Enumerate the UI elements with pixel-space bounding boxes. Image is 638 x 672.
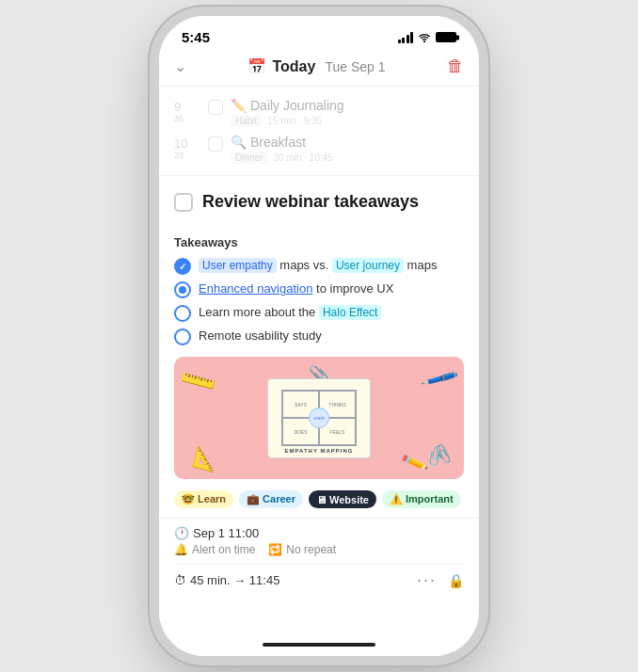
tag-user-journey: User journey: [332, 258, 404, 273]
more-options-button[interactable]: ···: [417, 570, 437, 590]
wifi-icon: [418, 32, 431, 43]
footer-meta-row: 🔔 Alert on time 🔁 No repeat: [174, 543, 464, 556]
empathy-map-image: 📏 📎 🖊️ 🖇️ 📐 ✏️ SAYS THINKS DOES FEELS US…: [174, 357, 464, 479]
main-task-checkbox[interactable]: [174, 193, 193, 212]
task-checkbox[interactable]: [208, 100, 223, 115]
task-meta: Dinner 30 min · 10:45: [231, 152, 464, 164]
takeaway-item: Learn more about the Halo Effect: [174, 304, 464, 322]
tag-website[interactable]: 🖥 Website: [309, 490, 376, 508]
footer-date-text: Sep 1 11:00: [193, 526, 259, 540]
task-footer: 🕐 Sep 1 11:00 🔔 Alert on time 🔁 No repea…: [159, 518, 479, 598]
status-bar: 5:45: [159, 16, 479, 51]
trash-icon[interactable]: 🗑: [447, 56, 464, 76]
empathy-map-diagram: SAYS THINKS DOES FEELS USER EMPATHY MAPP…: [267, 378, 371, 458]
tag-user-empathy: User empathy: [199, 258, 277, 273]
takeaway-bullet-empty: [174, 305, 191, 322]
task-time: 935: [174, 100, 200, 123]
takeaway-bullet-partial: [174, 281, 191, 298]
enhanced-navigation-link[interactable]: Enhanced navigation: [199, 281, 312, 296]
takeaway-bullet-done: [174, 258, 191, 275]
task-checkbox[interactable]: [208, 136, 223, 152]
task-name: 🔍 Breakfast: [231, 135, 464, 150]
pencil-icon: ✏️: [231, 98, 247, 113]
task-time-info: 30 min · 10:45: [273, 152, 332, 163]
main-task-section: Review webinar takeaways: [159, 176, 479, 235]
footer-datetime: 🕐 Sep 1 11:00: [174, 526, 259, 540]
pencil-icon: ✏️: [400, 448, 430, 477]
lock-icon[interactable]: 🔒: [448, 573, 464, 588]
task-name: ✏️ Daily Journaling: [231, 98, 464, 113]
takeaway-bullet-empty: [174, 328, 191, 345]
header-title: 📅 Today Tue Sep 1: [247, 57, 385, 75]
battery-icon: [436, 32, 456, 42]
footer-repeat: 🔁 No repeat: [268, 543, 336, 556]
content-scroll[interactable]: 935 ✏️ Daily Journaling Habit 15 min · 9…: [159, 87, 479, 633]
takeaway-text: Remote usability study: [199, 328, 322, 344]
status-time: 5:45: [182, 29, 210, 45]
footer-duration: ⏱ 45 min. → 11:45: [174, 573, 279, 587]
takeaways-section: Takeaways User empathy maps vs. User jou…: [159, 235, 479, 345]
task-time-info: 15 min · 9:35: [267, 116, 322, 126]
ruler2-icon: 📐: [190, 444, 221, 474]
takeaway-item: Remote usability study: [174, 328, 464, 345]
footer-actions: ··· 🔒: [417, 570, 464, 590]
header-today-label: Today: [272, 58, 315, 75]
ruler-icon: 📏: [176, 360, 220, 404]
takeaway-text: Enhanced navigation to improve UX: [199, 280, 393, 297]
footer-datetime-row: 🕐 Sep 1 11:00: [174, 526, 464, 540]
paperclip-icon: 🖇️: [425, 441, 453, 468]
task-content: ✏️ Daily Journaling Habit 15 min · 9:35: [231, 98, 464, 127]
tag-important[interactable]: ⚠️ Important: [382, 490, 461, 508]
timer-icon: ⏱: [174, 573, 186, 587]
svg-point-0: [424, 40, 425, 41]
task-meta: Habit 15 min · 9:35: [231, 115, 464, 127]
task-tag: Habit: [231, 115, 262, 127]
takeaways-label: Takeaways: [174, 235, 464, 249]
home-bar: [263, 643, 375, 647]
phone-frame: 5:45 ⌄ 📅 Today Tue Sep 1 🗑: [159, 16, 479, 656]
takeaway-text: Learn more about the Halo Effect: [199, 304, 381, 321]
home-indicator: [159, 633, 479, 656]
footer-bottom: ⏱ 45 min. → 11:45 ··· 🔒: [174, 564, 464, 590]
status-icons: [398, 32, 457, 43]
takeaway-item: User empathy maps vs. User journey maps: [174, 257, 464, 275]
footer-alert: 🔔 Alert on time: [174, 543, 255, 556]
chevron-down-icon[interactable]: ⌄: [174, 57, 186, 75]
task-time: 1023: [174, 136, 200, 160]
clock-icon: 🕐: [174, 526, 189, 540]
bell-icon: 🔔: [174, 543, 188, 556]
signal-icon: [398, 32, 414, 43]
tag-learn[interactable]: 🤓 Learn: [174, 490, 233, 508]
tag-halo-effect: Halo Effect: [319, 305, 381, 320]
main-task-header: Review webinar takeaways: [174, 191, 464, 213]
calendar-icon: 📅: [247, 57, 266, 75]
task-content: 🔍 Breakfast Dinner 30 min · 10:45: [231, 135, 464, 164]
takeaway-text: User empathy maps vs. User journey maps: [199, 257, 437, 274]
list-item[interactable]: 1023 🔍 Breakfast Dinner 30 min · 10:45: [159, 131, 479, 168]
tags-row: 🤓 Learn 💼 Career 🖥 Website ⚠️ Important: [159, 490, 479, 508]
search-icon: 🔍: [231, 135, 247, 150]
tag-career[interactable]: 💼 Career: [239, 490, 303, 508]
past-tasks-section: 935 ✏️ Daily Journaling Habit 15 min · 9…: [159, 87, 479, 176]
takeaway-item: Enhanced navigation to improve UX: [174, 280, 464, 298]
header-date-label: Tue Sep 1: [325, 59, 385, 74]
repeat-icon: 🔁: [268, 543, 282, 556]
pen-icon: 🖊️: [419, 359, 459, 399]
app-header: ⌄ 📅 Today Tue Sep 1 🗑: [159, 51, 479, 87]
list-item[interactable]: 935 ✏️ Daily Journaling Habit 15 min · 9…: [159, 94, 479, 131]
main-task-title: Review webinar takeaways: [202, 191, 419, 213]
empathy-map-label: EMPATHY MAPPING: [284, 448, 353, 454]
task-tag: Dinner: [231, 152, 267, 164]
